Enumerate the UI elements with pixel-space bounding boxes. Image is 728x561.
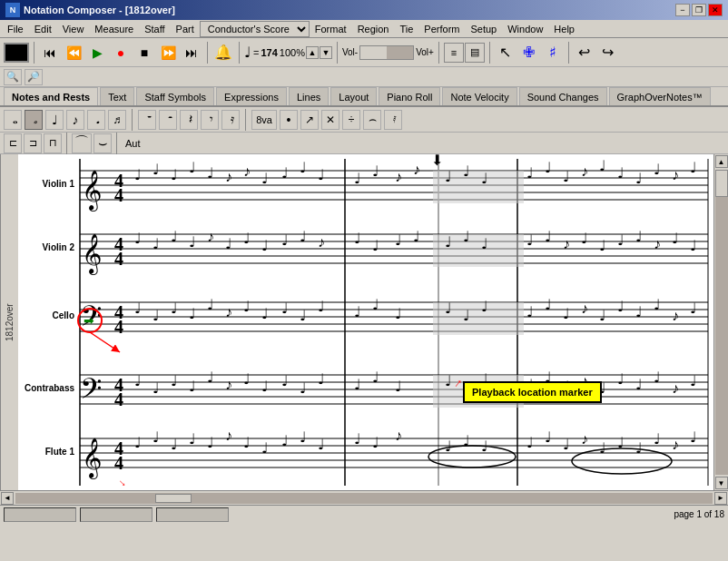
cross-button[interactable]: ✕ — [321, 110, 339, 130]
stop-button[interactable]: ■ — [133, 42, 155, 64]
tab-staff-symbols[interactable]: Staff Symbols — [136, 87, 214, 105]
quarter-note-button[interactable]: ♩ — [45, 110, 64, 130]
svg-text:♩: ♩ — [690, 300, 697, 316]
search-button[interactable]: 🔍 — [4, 69, 22, 85]
divide-button[interactable]: ÷ — [342, 110, 360, 130]
zoom-up-button[interactable]: ▲ — [306, 46, 319, 59]
svg-text:Flute 1: Flute 1 — [45, 447, 75, 457]
menu-tie[interactable]: Tie — [394, 22, 418, 36]
sixteenth-rest-button[interactable]: 𝄿 — [221, 110, 240, 130]
up-arrow-button[interactable]: ↗ — [300, 110, 319, 130]
hscroll-right-button[interactable]: ► — [714, 492, 727, 505]
menu-measure[interactable]: Measure — [89, 22, 139, 36]
menu-edit[interactable]: Edit — [29, 22, 57, 36]
tab-expressions[interactable]: Expressions — [216, 87, 287, 105]
find-next-button[interactable]: 🔎 — [25, 69, 43, 85]
color-box[interactable] — [4, 43, 29, 63]
rewind-start-button[interactable]: ⏮ — [39, 42, 61, 64]
slur-button[interactable]: ⌢ — [363, 110, 381, 130]
eighth-note-button[interactable]: ♪ — [66, 110, 84, 130]
sep-n2 — [245, 109, 246, 131]
metronome-button[interactable]: 🔔 — [212, 42, 234, 64]
rewind-button[interactable]: ⏪ — [63, 42, 84, 64]
view-normal-button[interactable]: ≡ — [444, 43, 464, 63]
tab-sound-changes[interactable]: Sound Changes — [519, 87, 607, 105]
whole-note-button[interactable]: 𝅝 — [4, 110, 22, 130]
svg-text:♩: ♩ — [599, 158, 606, 173]
tab-note-velocity[interactable]: Note Velocity — [442, 87, 516, 105]
scroll-down-button[interactable]: ▼ — [715, 477, 728, 489]
fast-forward-button[interactable]: ⏩ — [157, 42, 179, 64]
menu-help[interactable]: Help — [548, 22, 580, 36]
minimize-button[interactable]: − — [675, 4, 690, 16]
zoom-down-button[interactable]: ▼ — [320, 46, 332, 59]
svg-text:𝄢: 𝄢 — [80, 373, 102, 411]
menu-region[interactable]: Region — [352, 22, 395, 36]
select-tool-button[interactable]: ↖ — [495, 42, 516, 64]
art-btn2[interactable]: ⊐ — [24, 133, 42, 153]
hscroll-track[interactable] — [15, 493, 713, 504]
menu-file[interactable]: File — [2, 22, 29, 36]
conductor-score-dropdown[interactable]: Conductor's Score — [200, 21, 310, 37]
ottava-alta-button[interactable]: 8va — [251, 110, 277, 130]
menu-view[interactable]: View — [57, 22, 90, 36]
extra-button[interactable]: 𝅀 — [384, 110, 402, 130]
tab-layout[interactable]: Layout — [330, 87, 377, 105]
undo-button[interactable]: ↩ — [574, 42, 595, 64]
svg-text:♩: ♩ — [300, 429, 307, 445]
titlebar-controls[interactable]: − ❐ ✕ — [675, 4, 723, 16]
notes-toolbar: 𝅝 𝅗 ♩ ♪ 𝅘 ♬ 𝄻 𝄼 𝄽 𝄾 𝄿 8va • ↗ ✕ ÷ ⌢ 𝅀 — [0, 107, 728, 133]
h-scrollbar[interactable]: ◄ ► — [0, 490, 728, 505]
add-sharp-button[interactable]: ♯ — [542, 42, 564, 64]
art-btn3[interactable]: ⊓ — [44, 133, 62, 153]
hscroll-thumb[interactable] — [155, 494, 192, 503]
fast-forward-end-button[interactable]: ⏭ — [181, 42, 202, 64]
svg-text:♩: ♩ — [599, 440, 606, 456]
close-button[interactable]: ✕ — [708, 4, 723, 16]
svg-text:♪: ♪ — [225, 169, 232, 184]
menu-staff[interactable]: Staff — [139, 22, 170, 36]
menu-setup[interactable]: Setup — [465, 22, 502, 36]
scroll-thumb[interactable] — [715, 170, 728, 197]
svg-text:♩: ♩ — [635, 229, 643, 244]
record-button[interactable]: ● — [110, 42, 132, 64]
menu-perform[interactable]: Perform — [418, 22, 465, 36]
svg-text:♩: ♩ — [318, 299, 325, 314]
tab-graph-over-notes[interactable]: GraphOverNotes™ — [609, 87, 711, 105]
svg-text:♩: ♩ — [300, 380, 307, 396]
svg-text:♩: ♩ — [372, 163, 379, 179]
menu-format[interactable]: Format — [310, 22, 352, 36]
add-note-button[interactable]: ✙ — [518, 42, 540, 64]
view-page-button[interactable]: ▤ — [465, 43, 485, 63]
eighth-rest-button[interactable]: 𝄾 — [201, 110, 219, 130]
curve-btn[interactable]: ⌒ — [72, 133, 92, 153]
art-btn1[interactable]: ⊏ — [4, 133, 22, 153]
whole-rest-button[interactable]: 𝄻 — [138, 110, 156, 130]
curve-btn2[interactable]: ⌣ — [93, 133, 112, 153]
restore-button[interactable]: ❐ — [692, 4, 706, 16]
hscroll-left-button[interactable]: ◄ — [1, 492, 14, 505]
half-note-button[interactable]: 𝅗 — [25, 110, 43, 130]
menu-window[interactable]: Window — [502, 22, 548, 36]
quarter-rest-button[interactable]: 𝄽 — [180, 110, 198, 130]
sixteenth-note-button[interactable]: 𝅘 — [87, 110, 105, 130]
play-button[interactable]: ▶ — [86, 42, 108, 64]
tab-piano-roll[interactable]: Piano Roll — [379, 87, 440, 105]
dot-button[interactable]: • — [280, 110, 298, 130]
scroll-track[interactable] — [715, 170, 728, 475]
menu-part[interactable]: Part — [171, 22, 200, 36]
thirtysecond-note-button[interactable]: ♬ — [108, 110, 126, 130]
svg-text:♩: ♩ — [225, 236, 232, 251]
svg-text:♩: ♩ — [261, 171, 269, 186]
half-rest-button[interactable]: 𝄼 — [159, 110, 177, 130]
scroll-up-button[interactable]: ▲ — [715, 155, 728, 168]
scroll-bar-right[interactable]: ▲ ▼ — [713, 154, 728, 490]
tab-lines[interactable]: Lines — [289, 87, 329, 105]
svg-text:♩: ♩ — [189, 306, 196, 321]
tab-text[interactable]: Text — [100, 87, 134, 105]
svg-text:♩: ♩ — [281, 300, 289, 316]
tab-notes-rests[interactable]: Notes and Rests — [4, 87, 98, 105]
score-area[interactable]: 𝄞 4 4 Violin 1 ♩ ♩ ♩ ♩ ♩ ♪ ♪ ♩ ♩ ♩ ♩ ♩ ♩… — [18, 154, 713, 490]
vol-slider[interactable] — [359, 45, 414, 60]
redo-button[interactable]: ↪ — [597, 42, 619, 64]
